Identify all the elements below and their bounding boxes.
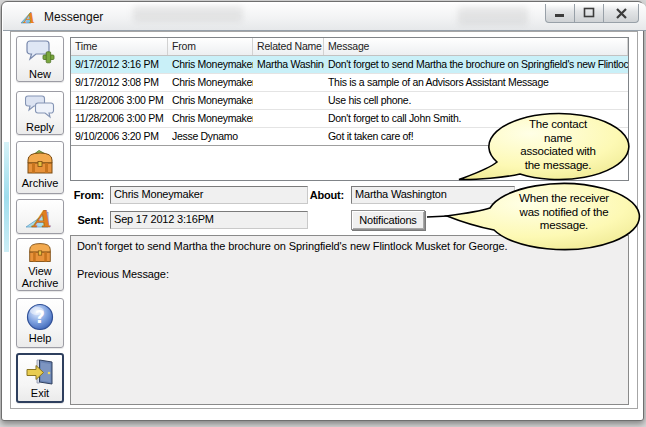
minimize-button[interactable] bbox=[545, 4, 575, 23]
help-button-label: Help bbox=[29, 332, 52, 344]
advisors-assistant-logo-icon: A bbox=[24, 203, 56, 231]
reply-icon bbox=[25, 94, 55, 121]
maximize-icon bbox=[583, 7, 595, 19]
cell-message: Don't forget to send Martha the brochure… bbox=[324, 56, 628, 73]
close-icon bbox=[615, 8, 628, 19]
maximize-button[interactable] bbox=[574, 4, 604, 23]
exit-door-icon bbox=[25, 358, 55, 387]
table-row[interactable]: 9/10/2006 3:20 PM Jesse Dynamo Got it ta… bbox=[71, 128, 628, 146]
glass-reflection bbox=[458, 7, 528, 25]
aero-glass-strip bbox=[4, 142, 9, 252]
table-row[interactable]: 9/17/2012 3:08 PM Chris Moneymaker This … bbox=[71, 74, 628, 92]
table-row[interactable]: 9/17/2012 3:16 PM Chris Moneymaker Marth… bbox=[71, 56, 628, 74]
advisors-assistant-logo-button[interactable]: A bbox=[16, 199, 64, 234]
cell-from: Chris Moneymaker bbox=[168, 56, 253, 73]
previous-message-label: Previous Message: bbox=[77, 267, 622, 281]
cell-time: 11/28/2006 3:00 PM bbox=[71, 110, 168, 127]
cell-time: 11/28/2006 3:00 PM bbox=[71, 92, 168, 109]
new-button[interactable]: New bbox=[16, 36, 64, 82]
messages-table: Time From Related Name Message 9/17/2012… bbox=[70, 37, 629, 181]
cell-from: Chris Moneymaker bbox=[168, 110, 253, 127]
desktop: { "window": { "title": "Messenger", "con… bbox=[0, 0, 646, 427]
cell-message: Don't forget to call John Smith. bbox=[324, 110, 628, 127]
cell-related-name bbox=[253, 74, 324, 91]
from-label: From: bbox=[68, 189, 104, 201]
cell-time: 9/17/2012 3:08 PM bbox=[71, 74, 168, 91]
cell-related-name bbox=[253, 128, 324, 145]
header-cell-related-name[interactable]: Related Name bbox=[253, 38, 324, 55]
message-body-box[interactable]: Don't forget to send Martha the brochure… bbox=[70, 235, 629, 405]
sent-label: Sent: bbox=[68, 214, 104, 226]
messenger-window: A Messenger New bbox=[1, 1, 644, 421]
cell-related-name: Martha Washington bbox=[253, 56, 324, 73]
window-controls bbox=[546, 4, 639, 23]
header-cell-from[interactable]: From bbox=[168, 38, 253, 55]
titlebar[interactable]: A Messenger bbox=[3, 3, 646, 31]
cell-message: Use his cell phone. bbox=[324, 92, 628, 109]
app-icon: A bbox=[20, 9, 37, 25]
table-row[interactable]: 11/28/2006 3:00 PM Chris Moneymaker Use … bbox=[71, 92, 628, 110]
archive-button[interactable]: Archive bbox=[16, 141, 64, 194]
cell-message: This is a sample of an Advisors Assistan… bbox=[324, 74, 628, 91]
reply-button-label: Reply bbox=[26, 121, 54, 133]
svg-text:?: ? bbox=[35, 307, 45, 327]
archive-chest-icon bbox=[26, 241, 54, 265]
about-field[interactable]: Martha Washington bbox=[351, 186, 515, 204]
table-header: Time From Related Name Message bbox=[71, 38, 628, 56]
header-cell-time[interactable]: Time bbox=[71, 38, 168, 55]
cell-from: Jesse Dynamo bbox=[168, 128, 253, 145]
new-message-icon bbox=[25, 39, 55, 68]
cell-from: Chris Moneymaker bbox=[168, 74, 253, 91]
notifications-button[interactable]: Notifications bbox=[351, 210, 425, 230]
reply-button[interactable]: Reply bbox=[16, 91, 64, 135]
cell-related-name bbox=[253, 92, 324, 109]
cell-related-name bbox=[253, 110, 324, 127]
cell-time: 9/17/2012 3:16 PM bbox=[71, 56, 168, 73]
glass-reflection bbox=[133, 6, 243, 22]
view-archive-button-label: View Archive bbox=[17, 265, 63, 289]
table-row[interactable]: 11/28/2006 3:00 PM Chris Moneymaker Don'… bbox=[71, 110, 628, 128]
exit-button[interactable]: Exit bbox=[16, 353, 64, 403]
close-button[interactable] bbox=[603, 4, 639, 23]
exit-button-label: Exit bbox=[31, 387, 49, 399]
help-icon: ? bbox=[25, 302, 55, 332]
view-archive-button[interactable]: View Archive bbox=[16, 238, 64, 291]
cell-from: Chris Moneymaker bbox=[168, 92, 253, 109]
message-body-text: Don't forget to send Martha the brochure… bbox=[77, 239, 622, 253]
sent-field[interactable]: Sep 17 2012 3:16PM bbox=[110, 211, 308, 229]
minimize-icon bbox=[554, 7, 566, 19]
svg-text:A: A bbox=[22, 10, 35, 26]
from-field[interactable]: Chris Moneymaker bbox=[110, 186, 308, 204]
cell-message: Got it taken care of! bbox=[324, 128, 628, 145]
archive-chest-icon bbox=[25, 147, 55, 177]
header-cell-message[interactable]: Message bbox=[324, 38, 628, 55]
about-label: About: bbox=[308, 189, 344, 201]
archive-button-label: Archive bbox=[22, 177, 59, 189]
svg-text:A: A bbox=[31, 205, 51, 231]
cell-time: 9/10/2006 3:20 PM bbox=[71, 128, 168, 145]
window-title: Messenger bbox=[44, 10, 103, 24]
new-button-label: New bbox=[29, 68, 51, 80]
help-button[interactable]: ? Help bbox=[16, 298, 64, 348]
